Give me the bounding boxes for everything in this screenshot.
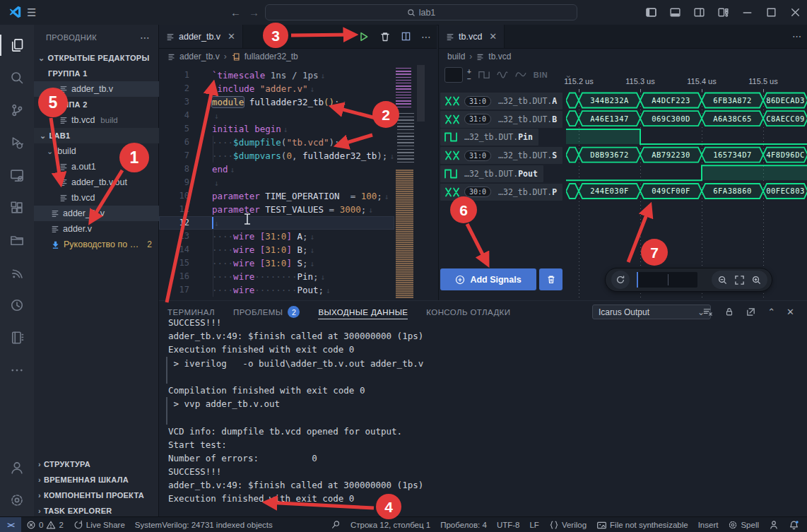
code-line-8[interactable]: 8end↓ (159, 162, 394, 176)
code-line-2[interactable]: 2`include "adder.v"↓ (159, 82, 394, 95)
code-line-11[interactable]: 11parameter TEST_VALUES = 3000;↓ (159, 203, 394, 216)
trash-icon[interactable] (379, 31, 391, 42)
nav-forward-icon[interactable]: → (249, 6, 259, 18)
split-editor-icon[interactable] (401, 31, 411, 42)
minimize-icon[interactable] (735, 0, 759, 25)
more-icon[interactable]: ⋯ (792, 31, 801, 42)
layout-sidebar-left-icon[interactable] (639, 0, 663, 25)
activity-more[interactable] (0, 354, 34, 386)
minimap[interactable] (394, 65, 416, 300)
signal-row-a[interactable]: 31:0…32_tb.DUT.A (440, 93, 562, 110)
tree-item-lab1[interactable]: ⌄LAB1 (34, 128, 159, 143)
output-channel-select[interactable]: Icarus Output ⌄ (592, 305, 711, 319)
code-line-4[interactable]: 4↓ (159, 109, 394, 122)
activity-library[interactable] (0, 224, 34, 256)
synthesis-status[interactable]: File not synthesizable (591, 517, 693, 532)
selection-tool[interactable] (326, 517, 346, 532)
scrollbar[interactable] (417, 65, 425, 122)
activity-notebook[interactable] (0, 321, 34, 354)
sidebar-more-icon[interactable]: ⋯ (140, 32, 151, 43)
activity-extensions[interactable] (0, 191, 34, 224)
zoom-in-icon[interactable] (751, 275, 762, 285)
code-line-12[interactable]: 12↓ (159, 216, 394, 230)
zoom-fit-icon[interactable] (734, 275, 745, 285)
close-icon[interactable] (783, 0, 807, 25)
section-структура[interactable]: ›СТРУКТУРА (34, 456, 159, 472)
code-line-6[interactable]: 6····$dumpfile("tb.vcd");↓ (159, 136, 394, 149)
tab-adder-tb-v[interactable]: adder_tb.v ✕ (159, 25, 243, 48)
code-line-9[interactable]: 9↓ (159, 176, 394, 189)
tree-item-руководство-по-[interactable]: Руководство по …2 (34, 237, 159, 252)
refresh-button[interactable] (611, 271, 630, 289)
insert-mode[interactable]: Insert (693, 517, 724, 532)
layout-sidebar-right-icon[interactable] (687, 0, 711, 25)
layout-panel-icon[interactable] (663, 0, 687, 25)
clear-output-icon[interactable] (702, 307, 713, 317)
lock-icon[interactable] (724, 307, 734, 317)
command-center-search[interactable]: lab1 (265, 4, 577, 20)
open-in-editor-icon[interactable] (746, 307, 756, 317)
zoom-out-icon[interactable] (717, 275, 728, 285)
live-share[interactable]: Live Share (69, 517, 130, 532)
code-line-5[interactable]: 5initial begin↓ (159, 122, 394, 136)
chevron-up-icon[interactable]: ⌃ (767, 307, 775, 317)
open-editors-header[interactable]: ⌄ ОТКРЫТЫЕ РЕДАКТОРЫ (34, 50, 159, 66)
activity-remote[interactable] (0, 159, 34, 191)
systemverilog-status[interactable]: SystemVerilog: 24731 indexed objects (130, 517, 278, 532)
breadcrumb[interactable]: adder_tb.v › fulladder32_tb (159, 48, 298, 65)
close-icon[interactable]: ✕ (787, 307, 794, 317)
activity-files[interactable] (0, 29, 34, 61)
code-line-17[interactable]: 17····wire········Pout;↓ (159, 283, 394, 297)
signal-row-pin[interactable]: …32_tb.DUT.Pin (440, 129, 538, 146)
tree-item-adder-v[interactable]: adder.v (34, 221, 159, 237)
section-компоненты-проекта[interactable]: ›КОМПОНЕНТЫ ПРОЕКТА (34, 487, 159, 503)
add-signals-button[interactable]: Add Signals (440, 268, 536, 290)
code-line-3[interactable]: 3module fulladder32_tb();↓ (159, 95, 394, 109)
code-line-1[interactable]: 1`timescale 1ns / 1ps↓ (159, 69, 394, 82)
language-mode[interactable]: Verilog (544, 517, 591, 532)
activity-search[interactable] (0, 61, 34, 94)
activity-source-control[interactable] (0, 94, 34, 126)
remove-signals-button[interactable] (539, 268, 562, 290)
tree-item-a-out1[interactable]: a.out1 (34, 159, 159, 175)
feedback[interactable] (764, 517, 784, 532)
code-line-14[interactable]: 14····wire [31:0] B;↓ (159, 243, 394, 256)
spell[interactable]: Spell (723, 517, 764, 532)
eol[interactable]: LF (524, 517, 543, 532)
tree-item-build[interactable]: ⌄build (34, 143, 159, 159)
close-icon[interactable]: ✕ (228, 31, 235, 42)
more-icon[interactable]: ⋯ (421, 31, 431, 42)
tree-item-adder-tb-v-out[interactable]: adder_tb.v.out (34, 175, 159, 190)
activity-run-debug[interactable] (0, 126, 34, 159)
maximize-icon[interactable] (759, 0, 783, 25)
activity-wireless[interactable] (0, 256, 34, 289)
code-editor[interactable]: 1`timescale 1ns / 1ps↓2`include "adder.v… (159, 69, 394, 297)
code-line-10[interactable]: 10parameter TIME_OPERATION = 100;↓ (159, 189, 394, 203)
signal-row-s[interactable]: 31:0…32_tb.DUT.S (440, 147, 562, 164)
code-line-16[interactable]: 16····wire········Pin;↓ (159, 270, 394, 283)
code-line-7[interactable]: 7····$dumpvars(0, fulladder32_tb);↓ (159, 149, 394, 162)
code-line-13[interactable]: 13····wire [31:0] A;↓ (159, 230, 394, 243)
panel-tab-консоль-отладки[interactable]: КОНСОЛЬ ОТЛАДКИ (426, 301, 510, 323)
signal-row-b[interactable]: 31:0…32_tb.DUT.B (440, 111, 562, 128)
encoding[interactable]: UTF-8 (492, 517, 525, 532)
section-временная-шкала[interactable]: ›ВРЕМЕННАЯ ШКАЛА (34, 472, 159, 487)
tree-item-группа-2[interactable]: ГРУППА 2 (34, 97, 159, 112)
nav-back-icon[interactable]: ← (230, 6, 241, 18)
menu-icon[interactable]: ☰ (27, 6, 36, 19)
cursor-position[interactable]: Строка 12, столбец 1 (346, 517, 435, 532)
problems[interactable]: 02 (21, 517, 69, 532)
signal-row-p[interactable]: 30:0…32_tb.DUT.P (440, 184, 562, 201)
tree-item-tb-vcd[interactable]: tb.vcdbuild (34, 112, 159, 128)
activity-timeline[interactable] (0, 289, 34, 321)
tree-item-adder-tb-v[interactable]: adder_tb.v (34, 81, 159, 97)
zoom-range-input[interactable] (637, 272, 697, 288)
code-line-15[interactable]: 15····wire [31:0] S;↓ (159, 256, 394, 270)
signal-row-pout[interactable]: …32_tb.DUT.Pout (440, 165, 543, 182)
activity-account[interactable] (0, 451, 34, 484)
remote-indicator[interactable]: >< (0, 517, 21, 532)
tree-item-adder-tb-v[interactable]: adder_tb.v (34, 206, 159, 221)
notifications[interactable] (784, 517, 804, 532)
tree-item-группа-1[interactable]: ГРУППА 1 (34, 66, 159, 81)
activity-settings[interactable] (0, 484, 34, 516)
